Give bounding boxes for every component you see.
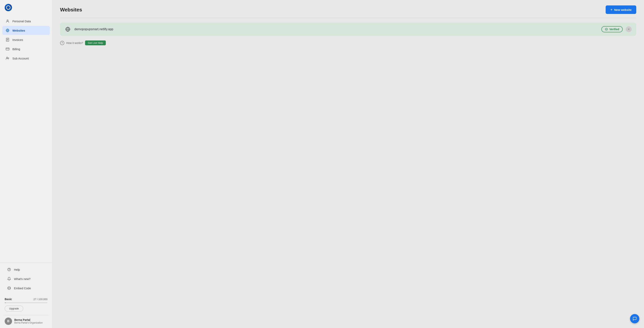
new-website-button[interactable]: + New website — [606, 5, 636, 14]
svg-point-0 — [7, 20, 8, 21]
globe-icon — [65, 26, 71, 32]
plan-bar-fill — [5, 302, 6, 303]
website-row: demopopupsmart.netlify.app Verified — [60, 23, 636, 36]
sidebar: Personal Data Websites Invoices — [0, 0, 52, 328]
plan-name: Basic — [5, 298, 12, 301]
plan-section: Basic 27 / 100.000 Upgrade — [4, 296, 48, 314]
svg-rect-6 — [6, 48, 9, 50]
plus-icon: + — [610, 8, 612, 12]
verified-label: Verified — [609, 28, 619, 31]
sidebar-item-websites[interactable]: Websites — [2, 26, 50, 35]
website-url: demopopupsmart.netlify.app — [74, 27, 602, 31]
sidebar-item-personal-data[interactable]: Personal Data — [2, 17, 50, 25]
main-content: Websites + New website demopopupsmart.ne… — [52, 0, 644, 328]
sidebar-item-embed-code[interactable]: Embed Code — [4, 284, 48, 293]
sidebar-item-label: Billing — [12, 47, 20, 51]
logo-icon — [5, 4, 12, 11]
new-website-label: New website — [614, 8, 632, 11]
sidebar-item-label: What's new? — [14, 277, 30, 281]
chat-button[interactable] — [630, 314, 639, 323]
page-title: Websites — [60, 7, 82, 13]
sidebar-item-label: Personal Data — [12, 19, 31, 23]
sidebar-item-invoices[interactable]: Invoices — [2, 35, 50, 44]
upgrade-button[interactable]: Upgrade — [5, 306, 23, 312]
avatar-initials: B — [7, 320, 10, 323]
plan-progress-bar — [5, 302, 48, 303]
sub-account-icon — [6, 56, 10, 60]
bell-icon — [7, 277, 11, 281]
help-icon — [7, 267, 11, 272]
sidebar-item-label: Sub Account — [12, 57, 29, 60]
user-section: B Berna Partal Berna Partal's Organizati… — [4, 315, 48, 326]
how-it-works-row: ? How it works? Get Live Help — [60, 40, 636, 46]
user-info: Berna Partal Berna Partal's Organization — [14, 318, 42, 324]
svg-point-8 — [6, 57, 8, 58]
sidebar-item-label: Websites — [12, 29, 25, 32]
verified-badge: Verified — [602, 26, 623, 32]
main-nav: Personal Data Websites Invoices — [0, 15, 52, 263]
globe-icon — [6, 28, 10, 32]
bottom-nav: Help What's new? — [4, 265, 48, 293]
question-icon: ? — [60, 41, 64, 45]
live-help-button[interactable]: Get Live Help — [85, 40, 106, 45]
remove-website-button[interactable] — [626, 26, 632, 32]
sidebar-item-label: Embed Code — [14, 287, 31, 290]
logo-area — [0, 0, 52, 15]
user-name: Berna Partal — [14, 318, 42, 322]
billing-icon — [6, 47, 10, 51]
sidebar-item-label: Invoices — [12, 38, 23, 41]
sidebar-item-help[interactable]: Help — [4, 265, 48, 274]
plan-usage: 27 / 100.000 — [34, 298, 48, 301]
how-it-works-text: How it works? — [66, 41, 83, 44]
invoice-icon — [6, 37, 10, 42]
websites-list: demopopupsmart.netlify.app Verified ? Ho… — [52, 23, 644, 46]
person-icon — [6, 19, 10, 23]
sidebar-item-whats-new[interactable]: What's new? — [4, 274, 48, 283]
sidebar-bottom: Help What's new? — [0, 263, 52, 328]
embed-icon — [7, 286, 11, 290]
user-org: Berna Partal's Organization — [14, 322, 42, 324]
sidebar-item-billing[interactable]: Billing — [2, 44, 50, 53]
avatar: B — [5, 318, 12, 325]
header-divider — [60, 18, 636, 18]
sidebar-item-sub-account[interactable]: Sub Account — [2, 54, 50, 63]
main-header: Websites + New website — [52, 0, 644, 18]
sidebar-item-label: Help — [14, 268, 20, 271]
